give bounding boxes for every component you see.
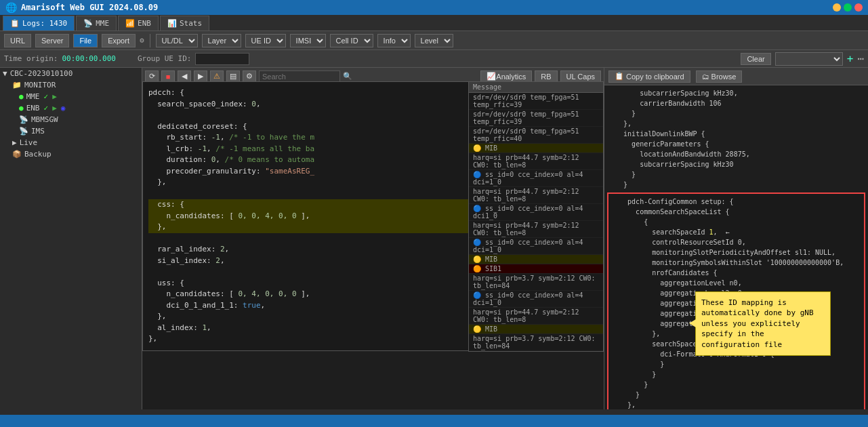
msg-row-mib: 🟡 MIB [469, 144, 603, 153]
tooltip: These ID mapping is automatically done b… [695, 291, 831, 356]
uldl-select[interactable]: UL/DL [156, 34, 198, 47]
info-select[interactable]: Info [377, 34, 411, 47]
export-btn[interactable]: Export [102, 34, 136, 47]
analytics-btn[interactable]: 📈 Analytics [480, 70, 532, 83]
right-pre: subcarrierSpacing kHz30, carrierBandwidt… [607, 88, 865, 190]
msg-row-2: sdr=/dev/sdr0 temp_fpga=51 temp_rfic=39 [469, 110, 603, 127]
sidebar-root[interactable]: ▼ CBC-2023010100 [0, 68, 142, 79]
log-filter-btn[interactable]: ▤ [226, 70, 240, 83]
layer-select[interactable]: Layer [202, 34, 241, 47]
msg-row-13: harq=si prb=3.7 symb=2:12 CW0: tb_len=84 [469, 334, 603, 351]
minimize-btn[interactable] [833, 3, 841, 12]
extra-select[interactable] [775, 52, 843, 66]
rb-btn[interactable]: RB [535, 70, 557, 83]
msg-row-4: harq=si prb=44.7 symb=2:12 CW0: tb_len=8 [469, 153, 603, 170]
msg-row-9: 🔵 ss_id=0 cce_index=0 al=4 dci=1_0 [469, 238, 603, 255]
enb-status-icon: ● [19, 104, 24, 113]
log-prev-btn[interactable]: ◀ [178, 70, 191, 83]
sidebar-item-mbmsgw[interactable]: 📡 MBMSGW [0, 114, 142, 125]
group-ue-id-label: Group UE ID: [138, 54, 191, 63]
msg-row-3: sdr=/dev/sdr0 temp_fpga=51 temp_rfic=40 [469, 127, 603, 144]
msg-row-1: sdr=/dev/sdr0 temp_fpga=51 temp_rfic=39 [469, 93, 603, 110]
code-content: pdcch: { search_space0_index: 0, dedicat… [143, 82, 480, 350]
msg-header: Message [469, 82, 603, 93]
toolbar-icon-1[interactable]: ⚙ [140, 36, 144, 45]
time-origin-label: Time origin: [4, 54, 58, 63]
log-refresh-btn[interactable]: ⟳ [145, 70, 159, 83]
right-panel: 📋 Copy to clipboard 🗂 Browse subcarrierS… [604, 68, 868, 409]
sidebar-item-enb[interactable]: ● ENB ✓ ▶ ◉ [0, 102, 142, 114]
sidebar-item-ims[interactable]: 📡 IMS [0, 125, 142, 137]
maximize-btn[interactable] [844, 3, 852, 12]
log-stop-btn[interactable]: ■ [161, 70, 175, 83]
search-space-id-1: 1 [709, 228, 714, 236]
server-btn[interactable]: Server [35, 34, 69, 47]
backup-icon: 📦 [12, 150, 22, 159]
tab-stats[interactable]: 📊 Stats [160, 16, 209, 30]
log-warn-btn[interactable]: ⚠ [210, 70, 224, 83]
sidebar-item-mme[interactable]: ● MME ✓ ▶ [0, 91, 142, 102]
msg-row-10: harq=si prb=3.7 symb=2:12 CW0: tb_len=84 [469, 274, 603, 291]
msg-row-8: harq=si prb=44.7 symb=2:12 CW0: tb_len=8 [469, 221, 603, 238]
msg-row-6: harq=si prb=44.7 symb=2:12 CW0: tb_len=8 [469, 187, 603, 204]
url-btn[interactable]: URL [4, 34, 31, 47]
mme-ok-icon: ✓ [44, 92, 49, 101]
root-icon: ▼ [3, 69, 7, 78]
message-panel: Message sdr=/dev/sdr0 temp_fpga=51 temp_… [468, 81, 604, 352]
app-title: Amarisoft Web GUI 2024.08.09 [21, 3, 158, 12]
msg-row-12: harq=si prb=44.7 symb=2:12 CW0: tb_len=8 [469, 308, 603, 325]
tab-enb[interactable]: 📶 ENB [118, 16, 159, 30]
clear-btn[interactable]: Clear [741, 53, 770, 65]
secondary-toolbar: Time origin: 00:00:00.000 Group UE ID: C… [0, 50, 868, 68]
msg-row-5: 🔵 ss_id=0 cce_index=0 al=4 dci=1_0 [469, 170, 603, 187]
add-btn[interactable]: + [847, 52, 854, 65]
msg-row-mib3: 🟡 MIB [469, 325, 603, 334]
mbmsgw-icon: 📡 [19, 115, 28, 124]
enb-icon: 📶 [125, 19, 135, 28]
log-next-btn[interactable]: ▶ [194, 70, 207, 83]
enb-run-icon: ▶ [52, 104, 57, 113]
right-toolbar: 📋 Copy to clipboard 🗂 Browse [604, 68, 868, 85]
app-icon: 🌐 [5, 2, 17, 13]
cell-id-select[interactable]: Cell ID [330, 34, 373, 47]
live-icon: ▶ [12, 138, 17, 147]
search-icon: 🔍 [343, 72, 352, 81]
msg-row-11: 🔵 ss_id=0 cce_index=0 al=4 dci=1_0 [469, 291, 603, 308]
msg-row-sib1: 🟠 SIB1 [469, 264, 603, 274]
ims-icon: 📡 [19, 127, 28, 136]
msg-row-7: 🔵 ss_id=0 cce_index=0 al=4 dci1_0 [469, 204, 603, 221]
more-btn[interactable]: ⋯ [857, 52, 864, 65]
titlebar: 🌐 Amarisoft Web GUI 2024.08.09 [0, 0, 868, 15]
log-settings-btn[interactable]: ⚙ [243, 70, 256, 83]
copy-clipboard-btn[interactable]: 📋 Copy to clipboard [608, 70, 690, 83]
file-btn[interactable]: File [73, 34, 98, 47]
logs-icon: 📋 [10, 19, 20, 28]
mme-icon: 📡 [83, 19, 93, 28]
analytics-icon: 📈 [487, 72, 496, 81]
ul-caps-btn[interactable]: UL Caps [560, 70, 601, 83]
browse-icon: 🗂 [702, 73, 709, 81]
mme-run-icon: ▶ [52, 92, 57, 101]
monitor-icon: 📁 [12, 81, 22, 89]
code-panel: pdcch: { search_space0_index: 0, dedicat… [142, 81, 481, 351]
time-value: 00:00:00.000 [62, 54, 115, 63]
enb-ok-icon: ✓ [44, 104, 49, 113]
tab-mme[interactable]: 📡 MME [76, 16, 117, 30]
sidebar-item-live[interactable]: ▶ Live [0, 137, 142, 148]
log-search-input[interactable] [259, 70, 340, 83]
level-select[interactable]: Level [415, 34, 453, 47]
browse-btn[interactable]: 🗂 Browse [696, 70, 743, 83]
group-ue-id-input[interactable] [195, 53, 249, 65]
imsi-select[interactable]: IMSI [290, 34, 326, 47]
main-toolbar: URL Server File Export ⚙ UL/DL Layer UE … [0, 31, 868, 50]
copy-icon: 📋 [615, 72, 624, 81]
right-content: subcarrierSpacing kHz30, carrierBandwidt… [604, 85, 868, 409]
sidebar-item-backup[interactable]: 📦 Backup [0, 148, 142, 160]
stats-icon: 📊 [167, 19, 177, 28]
ue-id-select[interactable]: UE ID [245, 34, 286, 47]
sidebar-item-monitor[interactable]: 📁 MONITOR [0, 79, 142, 91]
tab-logs[interactable]: 📋 Logs: 1430 [3, 16, 75, 30]
msg-row-mib2: 🟡 MIB [469, 255, 603, 264]
mme-status-icon: ● [19, 92, 24, 101]
close-btn[interactable] [854, 3, 863, 12]
